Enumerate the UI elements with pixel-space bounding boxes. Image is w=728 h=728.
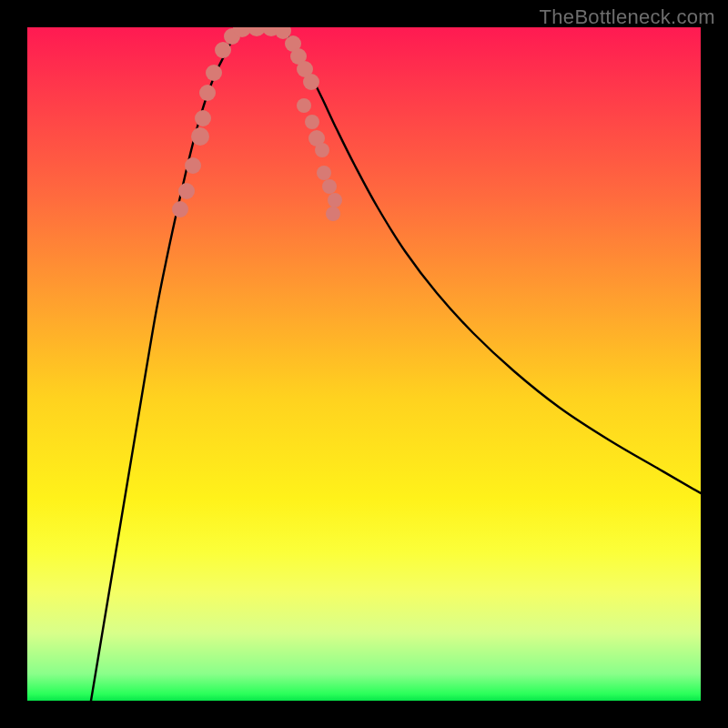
data-marker [297, 98, 311, 113]
data-marker [178, 183, 195, 199]
data-marker [191, 127, 209, 146]
data-marker [195, 110, 211, 126]
data-marker [303, 74, 319, 90]
data-marker [206, 65, 222, 81]
data-marker [199, 85, 216, 101]
data-marker [322, 179, 337, 194]
chart-plot-area [27, 27, 701, 701]
data-marker [305, 115, 319, 129]
bottleneck-curve [91, 27, 701, 701]
watermark-text: TheBottleneck.com [540, 5, 715, 29]
data-marker [326, 207, 340, 221]
data-marker [172, 201, 188, 217]
data-marker [317, 166, 331, 180]
data-marker [315, 143, 329, 157]
data-marker [215, 42, 231, 58]
data-marker [328, 193, 342, 207]
data-marker [185, 157, 201, 174]
chart-svg [27, 27, 701, 701]
